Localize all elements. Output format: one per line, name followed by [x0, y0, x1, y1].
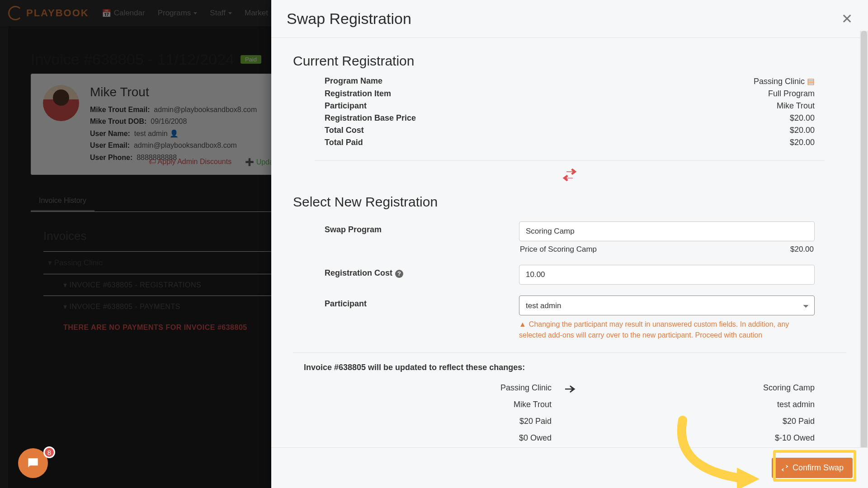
label: Total Paid [325, 138, 363, 147]
warning-icon: ▲ [519, 320, 526, 328]
value: Scoring Camp [588, 380, 815, 396]
registration-cost-input[interactable] [519, 265, 815, 285]
label: Registration Base Price [325, 113, 416, 123]
help-icon[interactable]: ? [395, 270, 403, 278]
value: test admin [588, 396, 815, 413]
value: Mike Trout [325, 396, 552, 413]
label: Total Cost [325, 126, 364, 135]
participant-label: Participant [325, 296, 505, 309]
value: Full Program [768, 89, 815, 99]
value: $0 Owed [325, 430, 552, 446]
close-icon[interactable]: ✕ [841, 12, 853, 26]
confirm-swap-button[interactable]: Confirm Swap [772, 458, 853, 478]
label: Registration Item [325, 89, 391, 99]
current-registration-details: Program NamePassing Clinic ▤ Registratio… [293, 75, 846, 158]
value: $20 Paid [325, 413, 552, 430]
value: $20 Paid [588, 413, 815, 430]
select-new-registration-heading: Select New Registration [293, 194, 846, 210]
participant-select[interactable]: test admin [519, 296, 815, 315]
swap-program-label: Swap Program [325, 221, 505, 235]
label: Program Name [325, 76, 382, 86]
label: Participant [325, 101, 367, 111]
swap-program-input[interactable] [519, 221, 815, 241]
value: Mike Trout [777, 101, 815, 111]
changes-before-column: Passing Clinic Mike Trout $20 Paid $0 Ow… [325, 380, 552, 446]
current-registration-heading: Current Registration [293, 53, 846, 69]
button-label: Confirm Swap [793, 463, 844, 473]
swap-icon [781, 464, 789, 472]
changes-heading: Invoice #638805 will be updated to refle… [293, 352, 846, 380]
price-label: Price of Scoring Camp [520, 245, 597, 254]
modal-title: Swap Registration [287, 10, 411, 28]
list-icon[interactable]: ▤ [807, 77, 815, 86]
swap-icon [293, 164, 846, 191]
changes-comparison: Passing Clinic Mike Trout $20 Paid $0 Ow… [293, 380, 846, 447]
value: $20.00 [790, 126, 815, 135]
chat-icon [26, 456, 40, 470]
scrollbar-thumb[interactable] [861, 31, 867, 449]
price-value: $20.00 [790, 245, 814, 254]
value: Passing Clinic ▤ [754, 76, 815, 86]
participant-warning: ▲Changing the participant may result in … [519, 315, 815, 341]
value: $-10 Owed [588, 430, 815, 446]
value: Passing Clinic [325, 380, 552, 396]
chat-notification-badge: 8 [43, 446, 55, 458]
scrollbar[interactable] [860, 31, 868, 449]
registration-cost-label: Registration Cost? [325, 265, 505, 278]
changes-after-column: Scoring Camp test admin $20 Paid $-10 Ow… [588, 380, 815, 446]
arrow-right-icon [552, 380, 588, 446]
value: $20.00 [790, 138, 815, 147]
swap-registration-modal: Swap Registration ✕ Current Registration… [271, 0, 868, 488]
value: $20.00 [790, 113, 815, 123]
